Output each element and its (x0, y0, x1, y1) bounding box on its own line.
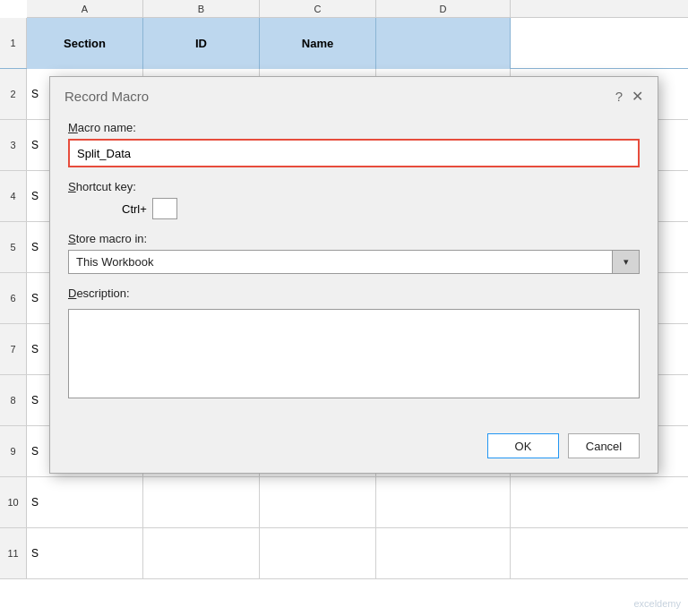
macro-name-input[interactable] (68, 139, 640, 167)
col-header-d: D (376, 0, 511, 17)
dialog-controls: ? ✕ (615, 88, 643, 105)
shortcut-row: Ctrl+ (68, 198, 640, 219)
table-row: 11 S (0, 528, 688, 579)
shortcut-key-label: Shortcut key: (68, 180, 640, 193)
col-header-b: B (143, 0, 260, 17)
cell-1c[interactable]: Name (260, 18, 376, 69)
store-macro-group: Store macro in: This Workbook ▾ (68, 232, 640, 274)
record-macro-dialog: Record Macro ? ✕ Macro name: Shortcut ke… (49, 76, 658, 474)
ok-button[interactable]: OK (487, 433, 559, 458)
row-num-1: 1 (0, 18, 27, 68)
watermark: exceldemy (633, 598, 681, 609)
dialog-title: Record Macro (64, 89, 149, 104)
cell-1d[interactable] (376, 18, 511, 69)
col-header-c: C (260, 0, 376, 17)
store-macro-label: Store macro in: (68, 232, 640, 245)
dropdown-arrow-icon[interactable]: ▾ (612, 251, 639, 273)
cell-1a[interactable]: Section (27, 18, 143, 69)
col-header-a: A (27, 0, 143, 17)
cell-1b[interactable]: ID (143, 18, 260, 69)
help-icon[interactable]: ? (615, 89, 623, 104)
shortcut-input[interactable] (152, 198, 177, 219)
store-macro-value: This Workbook (69, 251, 612, 273)
ctrl-label: Ctrl+ (122, 202, 147, 216)
cancel-button[interactable]: Cancel (568, 433, 640, 458)
description-group: Description: (68, 287, 640, 401)
dialog-buttons: OK Cancel (50, 428, 658, 473)
store-macro-select[interactable]: This Workbook ▾ (68, 250, 640, 274)
macro-name-label: Macro name: (68, 121, 640, 134)
macro-name-group: Macro name: (68, 121, 640, 167)
close-icon[interactable]: ✕ (632, 88, 643, 105)
description-label: Description: (68, 287, 640, 300)
dialog-titlebar: Record Macro ? ✕ (50, 77, 658, 112)
shortcut-key-group: Shortcut key: Ctrl+ (68, 180, 640, 219)
description-textarea[interactable] (68, 309, 640, 398)
table-row: 10 S (0, 477, 688, 528)
dialog-body: Macro name: Shortcut key: Ctrl+ Store ma… (50, 112, 658, 428)
